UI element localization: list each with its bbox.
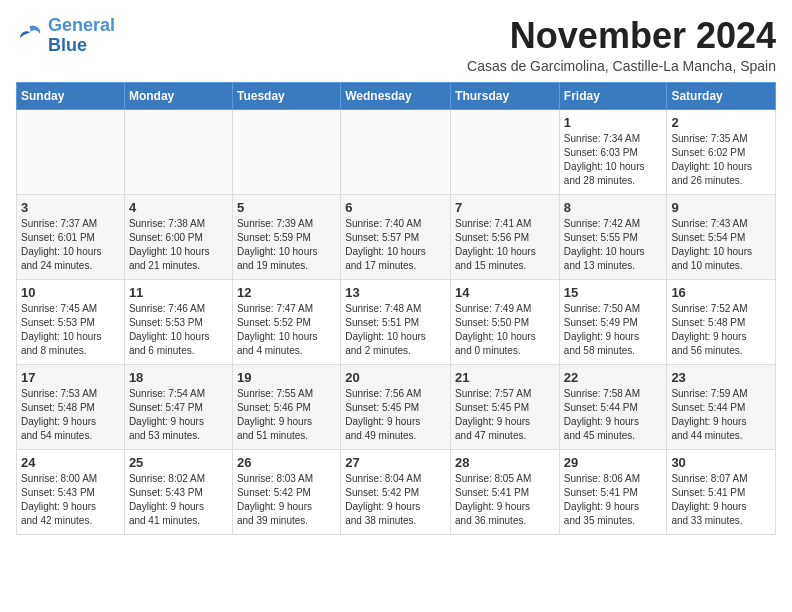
cell-content: Sunrise: 7:53 AM Sunset: 5:48 PM Dayligh… xyxy=(21,387,120,443)
cell-content: Sunrise: 7:46 AM Sunset: 5:53 PM Dayligh… xyxy=(129,302,228,358)
cell-content: Sunrise: 7:55 AM Sunset: 5:46 PM Dayligh… xyxy=(237,387,336,443)
cell-content: Sunrise: 7:52 AM Sunset: 5:48 PM Dayligh… xyxy=(671,302,771,358)
day-number: 25 xyxy=(129,455,228,470)
day-number: 30 xyxy=(671,455,771,470)
day-number: 23 xyxy=(671,370,771,385)
calendar-cell: 12Sunrise: 7:47 AM Sunset: 5:52 PM Dayli… xyxy=(232,279,340,364)
calendar-cell: 16Sunrise: 7:52 AM Sunset: 5:48 PM Dayli… xyxy=(667,279,776,364)
logo-text: General Blue xyxy=(48,16,115,56)
week-row-3: 17Sunrise: 7:53 AM Sunset: 5:48 PM Dayli… xyxy=(17,364,776,449)
cell-content: Sunrise: 7:49 AM Sunset: 5:50 PM Dayligh… xyxy=(455,302,555,358)
calendar-table: SundayMondayTuesdayWednesdayThursdayFrid… xyxy=(16,82,776,535)
cell-content: Sunrise: 7:41 AM Sunset: 5:56 PM Dayligh… xyxy=(455,217,555,273)
day-number: 28 xyxy=(455,455,555,470)
week-row-4: 24Sunrise: 8:00 AM Sunset: 5:43 PM Dayli… xyxy=(17,449,776,534)
calendar-cell: 19Sunrise: 7:55 AM Sunset: 5:46 PM Dayli… xyxy=(232,364,340,449)
calendar-cell: 17Sunrise: 7:53 AM Sunset: 5:48 PM Dayli… xyxy=(17,364,125,449)
calendar-cell: 2Sunrise: 7:35 AM Sunset: 6:02 PM Daylig… xyxy=(667,109,776,194)
cell-content: Sunrise: 7:38 AM Sunset: 6:00 PM Dayligh… xyxy=(129,217,228,273)
cell-content: Sunrise: 7:34 AM Sunset: 6:03 PM Dayligh… xyxy=(564,132,663,188)
calendar-cell: 9Sunrise: 7:43 AM Sunset: 5:54 PM Daylig… xyxy=(667,194,776,279)
day-number: 14 xyxy=(455,285,555,300)
calendar-cell: 26Sunrise: 8:03 AM Sunset: 5:42 PM Dayli… xyxy=(232,449,340,534)
day-number: 19 xyxy=(237,370,336,385)
calendar-header: SundayMondayTuesdayWednesdayThursdayFrid… xyxy=(17,82,776,109)
calendar-cell: 5Sunrise: 7:39 AM Sunset: 5:59 PM Daylig… xyxy=(232,194,340,279)
cell-content: Sunrise: 7:56 AM Sunset: 5:45 PM Dayligh… xyxy=(345,387,446,443)
week-row-0: 1Sunrise: 7:34 AM Sunset: 6:03 PM Daylig… xyxy=(17,109,776,194)
cell-content: Sunrise: 7:35 AM Sunset: 6:02 PM Dayligh… xyxy=(671,132,771,188)
calendar-cell: 28Sunrise: 8:05 AM Sunset: 5:41 PM Dayli… xyxy=(451,449,560,534)
cell-content: Sunrise: 8:03 AM Sunset: 5:42 PM Dayligh… xyxy=(237,472,336,528)
cell-content: Sunrise: 7:48 AM Sunset: 5:51 PM Dayligh… xyxy=(345,302,446,358)
cell-content: Sunrise: 8:04 AM Sunset: 5:42 PM Dayligh… xyxy=(345,472,446,528)
logo: General Blue xyxy=(16,16,115,56)
cell-content: Sunrise: 7:45 AM Sunset: 5:53 PM Dayligh… xyxy=(21,302,120,358)
day-number: 11 xyxy=(129,285,228,300)
calendar-cell: 8Sunrise: 7:42 AM Sunset: 5:55 PM Daylig… xyxy=(559,194,667,279)
day-number: 10 xyxy=(21,285,120,300)
day-number: 6 xyxy=(345,200,446,215)
cell-content: Sunrise: 7:37 AM Sunset: 6:01 PM Dayligh… xyxy=(21,217,120,273)
calendar-cell: 21Sunrise: 7:57 AM Sunset: 5:45 PM Dayli… xyxy=(451,364,560,449)
calendar-cell: 24Sunrise: 8:00 AM Sunset: 5:43 PM Dayli… xyxy=(17,449,125,534)
calendar-cell xyxy=(451,109,560,194)
cell-content: Sunrise: 7:43 AM Sunset: 5:54 PM Dayligh… xyxy=(671,217,771,273)
day-number: 20 xyxy=(345,370,446,385)
calendar-cell: 15Sunrise: 7:50 AM Sunset: 5:49 PM Dayli… xyxy=(559,279,667,364)
day-number: 3 xyxy=(21,200,120,215)
cell-content: Sunrise: 7:42 AM Sunset: 5:55 PM Dayligh… xyxy=(564,217,663,273)
cell-content: Sunrise: 7:40 AM Sunset: 5:57 PM Dayligh… xyxy=(345,217,446,273)
location-subtitle: Casas de Garcimolina, Castille-La Mancha… xyxy=(467,58,776,74)
calendar-cell: 30Sunrise: 8:07 AM Sunset: 5:41 PM Dayli… xyxy=(667,449,776,534)
day-number: 7 xyxy=(455,200,555,215)
day-number: 12 xyxy=(237,285,336,300)
header-saturday: Saturday xyxy=(667,82,776,109)
cell-content: Sunrise: 8:00 AM Sunset: 5:43 PM Dayligh… xyxy=(21,472,120,528)
calendar-cell: 20Sunrise: 7:56 AM Sunset: 5:45 PM Dayli… xyxy=(341,364,451,449)
calendar-cell: 4Sunrise: 7:38 AM Sunset: 6:00 PM Daylig… xyxy=(124,194,232,279)
calendar-cell xyxy=(232,109,340,194)
calendar-cell: 18Sunrise: 7:54 AM Sunset: 5:47 PM Dayli… xyxy=(124,364,232,449)
cell-content: Sunrise: 7:58 AM Sunset: 5:44 PM Dayligh… xyxy=(564,387,663,443)
calendar-cell: 10Sunrise: 7:45 AM Sunset: 5:53 PM Dayli… xyxy=(17,279,125,364)
cell-content: Sunrise: 7:47 AM Sunset: 5:52 PM Dayligh… xyxy=(237,302,336,358)
day-number: 5 xyxy=(237,200,336,215)
day-number: 27 xyxy=(345,455,446,470)
day-number: 22 xyxy=(564,370,663,385)
month-title: November 2024 xyxy=(467,16,776,56)
cell-content: Sunrise: 8:07 AM Sunset: 5:41 PM Dayligh… xyxy=(671,472,771,528)
day-number: 21 xyxy=(455,370,555,385)
day-number: 1 xyxy=(564,115,663,130)
day-number: 4 xyxy=(129,200,228,215)
calendar-cell: 25Sunrise: 8:02 AM Sunset: 5:43 PM Dayli… xyxy=(124,449,232,534)
day-number: 17 xyxy=(21,370,120,385)
calendar-cell: 23Sunrise: 7:59 AM Sunset: 5:44 PM Dayli… xyxy=(667,364,776,449)
cell-content: Sunrise: 7:50 AM Sunset: 5:49 PM Dayligh… xyxy=(564,302,663,358)
day-number: 9 xyxy=(671,200,771,215)
header-sunday: Sunday xyxy=(17,82,125,109)
day-number: 18 xyxy=(129,370,228,385)
cell-content: Sunrise: 7:54 AM Sunset: 5:47 PM Dayligh… xyxy=(129,387,228,443)
cell-content: Sunrise: 8:06 AM Sunset: 5:41 PM Dayligh… xyxy=(564,472,663,528)
title-block: November 2024 Casas de Garcimolina, Cast… xyxy=(467,16,776,74)
header-monday: Monday xyxy=(124,82,232,109)
header-thursday: Thursday xyxy=(451,82,560,109)
calendar-cell xyxy=(341,109,451,194)
day-number: 2 xyxy=(671,115,771,130)
cell-content: Sunrise: 7:57 AM Sunset: 5:45 PM Dayligh… xyxy=(455,387,555,443)
day-number: 8 xyxy=(564,200,663,215)
cell-content: Sunrise: 8:02 AM Sunset: 5:43 PM Dayligh… xyxy=(129,472,228,528)
calendar-cell: 14Sunrise: 7:49 AM Sunset: 5:50 PM Dayli… xyxy=(451,279,560,364)
day-number: 26 xyxy=(237,455,336,470)
calendar-cell: 13Sunrise: 7:48 AM Sunset: 5:51 PM Dayli… xyxy=(341,279,451,364)
day-number: 29 xyxy=(564,455,663,470)
cell-content: Sunrise: 7:59 AM Sunset: 5:44 PM Dayligh… xyxy=(671,387,771,443)
calendar-cell xyxy=(124,109,232,194)
calendar-cell: 29Sunrise: 8:06 AM Sunset: 5:41 PM Dayli… xyxy=(559,449,667,534)
day-number: 15 xyxy=(564,285,663,300)
header-tuesday: Tuesday xyxy=(232,82,340,109)
page-header: General Blue November 2024 Casas de Garc… xyxy=(16,16,776,74)
day-number: 13 xyxy=(345,285,446,300)
cell-content: Sunrise: 8:05 AM Sunset: 5:41 PM Dayligh… xyxy=(455,472,555,528)
